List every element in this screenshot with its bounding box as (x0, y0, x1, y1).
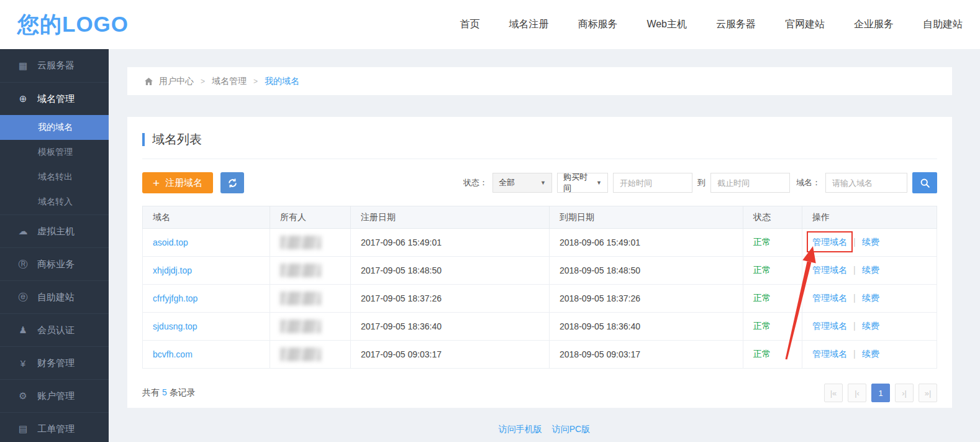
refresh-button[interactable] (220, 172, 244, 193)
nav-item[interactable]: 首页 (460, 18, 479, 31)
nav-item[interactable]: 云服务器 (716, 18, 756, 31)
domain-table: 域名所有人注册日期到期日期状态操作 asoid.top2017-09-06 15… (142, 206, 937, 369)
sidebar-item-label: 域名管理 (37, 93, 75, 105)
status-cell: 正常 (743, 285, 802, 313)
page-button[interactable]: »| (919, 384, 937, 402)
breadcrumb-item[interactable]: 我的域名 (265, 76, 299, 87)
column-header: 操作 (802, 206, 937, 229)
table-row: sjdusng.top2017-09-05 18:36:402018-09-05… (143, 313, 937, 341)
nav-item[interactable]: 企业服务 (854, 18, 894, 31)
page-button[interactable]: ›| (895, 384, 914, 402)
sidebar-item[interactable]: ⓔ自助建站 (0, 280, 109, 313)
nav-item[interactable]: 商标服务 (578, 18, 617, 31)
virtual-host-icon: ☁ (17, 226, 29, 237)
search-button[interactable] (912, 172, 937, 193)
domain-link[interactable]: bcvfh.com (153, 349, 193, 359)
sidebar-item[interactable]: 模板管理 (0, 140, 109, 165)
pagination: |«|‹1›|»| (824, 384, 937, 402)
nav-item[interactable]: 域名注册 (509, 18, 548, 31)
start-time-input[interactable] (613, 173, 692, 193)
panel-title-row: 域名列表 (142, 117, 937, 148)
owner-cell (270, 257, 351, 285)
domain-cell: asoid.top (143, 229, 270, 257)
action-separator: | (853, 237, 856, 247)
sidebar-item[interactable]: 域名转出 (0, 165, 109, 190)
manage-domain-link[interactable]: 管理域名 (812, 265, 847, 275)
nav-item[interactable]: 官网建站 (785, 18, 825, 31)
status-cell: 正常 (743, 313, 802, 341)
owner-masked-value (280, 264, 321, 277)
app-root: 您的LOGO 首页域名注册商标服务Web主机云服务器官网建站企业服务自助建站 ▦… (0, 0, 980, 442)
chevron-down-icon: ▼ (596, 180, 602, 186)
settings-gear-icon: ⚙ (17, 390, 29, 402)
owner-cell (270, 229, 351, 257)
action-separator: | (853, 349, 856, 359)
renew-link[interactable]: 续费 (862, 293, 879, 303)
renew-link[interactable]: 续费 (862, 321, 879, 331)
registered-date-cell: 2017-09-06 15:49:01 (351, 229, 550, 257)
page-button[interactable]: |‹ (848, 384, 866, 402)
page-button[interactable]: |« (824, 384, 843, 402)
sidebar-item-label: 域名转出 (38, 172, 73, 183)
sidebar-item[interactable]: 我的域名 (0, 115, 109, 140)
chevron-down-icon: ▼ (540, 180, 546, 186)
breadcrumb-card: 用户中心>域名管理>我的域名 (127, 67, 952, 95)
footer-link[interactable]: 访问PC版 (552, 424, 590, 434)
expire-date-cell: 2018-09-06 15:49:01 (550, 229, 743, 257)
sidebar-item[interactable]: ▤工单管理 (0, 412, 109, 442)
domain-globe-icon: ⊕ (17, 93, 29, 104)
end-time-input[interactable] (710, 173, 790, 193)
domain-filter-label: 域名： (796, 177, 820, 188)
column-header: 所有人 (270, 206, 351, 229)
plus-icon: + (153, 177, 160, 189)
breadcrumb-item[interactable]: 用户中心 (159, 76, 194, 87)
table-row: asoid.top2017-09-06 15:49:012018-09-06 1… (143, 229, 937, 257)
expire-date-cell: 2018-09-05 18:48:50 (550, 257, 743, 285)
sidebar: ▦云服务器⊕域名管理我的域名模板管理域名转出域名转入☁虚拟主机Ⓡ商标业务ⓔ自助建… (0, 49, 109, 442)
register-domain-button[interactable]: + 注册域名 (142, 172, 213, 193)
sidebar-item[interactable]: ☁虚拟主机 (0, 214, 109, 247)
actions-cell: 管理域名|续费 (802, 257, 937, 285)
domain-link[interactable]: xhjdjdj.top (153, 265, 192, 275)
sidebar-item[interactable]: ¥财务管理 (0, 346, 109, 379)
footer-link[interactable]: 访问手机版 (499, 424, 542, 434)
table-header-row: 域名所有人注册日期到期日期状态操作 (143, 206, 937, 229)
refresh-icon (227, 178, 238, 188)
breadcrumb-item[interactable]: 域名管理 (212, 76, 247, 87)
to-label: 到 (697, 177, 706, 188)
column-header: 注册日期 (351, 206, 550, 229)
expire-date-cell: 2018-09-05 18:37:26 (550, 285, 743, 313)
sidebar-item[interactable]: ⊕域名管理 (0, 82, 109, 115)
domain-link[interactable]: asoid.top (153, 237, 188, 247)
renew-link[interactable]: 续费 (862, 349, 879, 359)
nav-item[interactable]: 自助建站 (923, 18, 963, 31)
action-separator: | (853, 321, 856, 331)
page-button[interactable]: 1 (871, 384, 890, 402)
sidebar-item[interactable]: 域名转入 (0, 190, 109, 214)
sidebar-item-label: 财务管理 (37, 357, 75, 369)
domain-link[interactable]: cfrfyjfgh.top (153, 293, 197, 303)
sidebar-item[interactable]: ⚙账户管理 (0, 379, 109, 412)
top-header: 您的LOGO 首页域名注册商标服务Web主机云服务器官网建站企业服务自助建站 (0, 0, 980, 49)
sidebar-item[interactable]: ♟会员认证 (0, 313, 109, 346)
breadcrumb-separator: > (201, 77, 205, 86)
renew-link[interactable]: 续费 (862, 237, 879, 247)
manage-domain-link[interactable]: 管理域名 (812, 293, 847, 303)
domain-link[interactable]: sjdusng.top (153, 321, 197, 331)
site-logo[interactable]: 您的LOGO (17, 10, 129, 39)
renew-link[interactable]: 续费 (862, 265, 879, 275)
sidebar-item[interactable]: ▦云服务器 (0, 49, 109, 82)
status-select[interactable]: 全部 ▼ (492, 173, 552, 193)
owner-masked-value (280, 348, 321, 361)
table-footer: 共有5条记录 |«|‹1›|»| (142, 384, 937, 402)
manage-domain-link[interactable]: 管理域名 (812, 349, 847, 359)
actions-cell: 管理域名|续费 (802, 285, 937, 313)
nav-item[interactable]: Web主机 (647, 18, 687, 31)
registered-date-cell: 2017-09-05 18:48:50 (351, 257, 550, 285)
manage-domain-link[interactable]: 管理域名 (812, 321, 847, 331)
time-type-select[interactable]: 购买时间 ▼ (557, 173, 608, 193)
sidebar-item[interactable]: Ⓡ商标业务 (0, 247, 109, 280)
domain-search-input[interactable] (825, 173, 907, 193)
expire-date-cell: 2018-09-05 18:36:40 (550, 313, 743, 341)
manage-domain-link-highlighted[interactable]: 管理域名 (812, 237, 847, 247)
